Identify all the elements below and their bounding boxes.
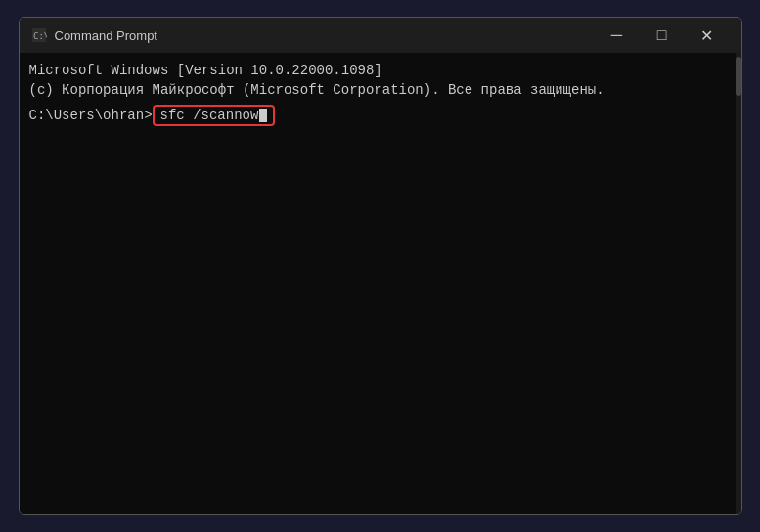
window-title: Command Prompt (55, 28, 595, 43)
prompt-path: C:\Users\ohran (29, 108, 145, 123)
cmd-icon: C:\ (31, 27, 47, 43)
prompt-line: C:\Users\ohran > sfc /scannow (29, 105, 732, 126)
close-button[interactable]: ✕ (685, 18, 730, 53)
svg-text:C:\: C:\ (33, 31, 47, 41)
scrollbar-thumb[interactable] (736, 57, 741, 96)
version-line: Microsoft Windows [Version 10.0.22000.10… (29, 61, 732, 80)
terminal-body[interactable]: Microsoft Windows [Version 10.0.22000.10… (20, 53, 741, 514)
window-controls: ─ □ ✕ (595, 18, 730, 53)
copyright-line: (c) Корпорация Майкрософт (Microsoft Cor… (29, 80, 732, 100)
minimize-button[interactable]: ─ (595, 18, 640, 53)
command-text: sfc /scannow (160, 108, 259, 123)
scrollbar[interactable] (736, 53, 741, 514)
command-input[interactable]: sfc /scannow (153, 105, 276, 126)
cursor (259, 109, 267, 122)
prompt-symbol: > (144, 108, 152, 123)
maximize-button[interactable]: □ (640, 18, 685, 53)
title-bar: C:\ Command Prompt ─ □ ✕ (20, 18, 741, 53)
cmd-window: C:\ Command Prompt ─ □ ✕ Microsoft Windo… (19, 17, 742, 515)
